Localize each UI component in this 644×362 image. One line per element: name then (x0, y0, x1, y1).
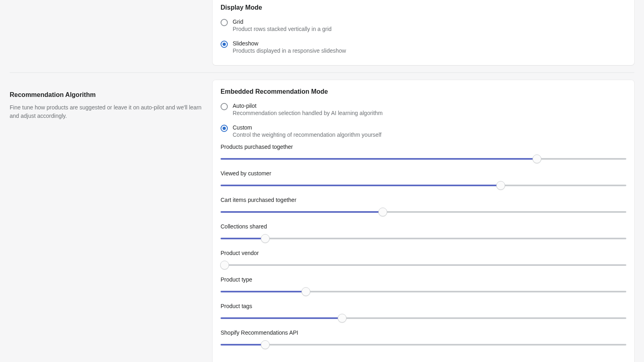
slider-thumb[interactable] (533, 154, 541, 163)
slider-thumb[interactable] (301, 287, 310, 296)
display-mode-card: Display Mode Grid Product rows stacked v… (213, 0, 634, 65)
radio-icon[interactable] (221, 103, 228, 110)
slider-group: Viewed by customer (221, 170, 626, 189)
display-mode-left-spacer (10, 0, 203, 72)
slider-track (221, 344, 626, 346)
section-divider (10, 72, 634, 73)
slider-label: Collections shared (221, 223, 626, 230)
slider[interactable] (221, 341, 626, 349)
slider-fill (221, 344, 265, 346)
slider-fill (221, 185, 501, 186)
slider[interactable] (221, 155, 626, 163)
slider[interactable] (221, 288, 626, 296)
radio-icon[interactable] (221, 41, 228, 48)
radio-label: Slideshow (233, 40, 346, 47)
radio-icon[interactable] (221, 19, 228, 26)
slider[interactable] (221, 181, 626, 189)
radio-desc: Recommendation selection handled by AI l… (233, 110, 383, 116)
slider-thumb[interactable] (338, 314, 347, 323)
slider[interactable] (221, 261, 626, 269)
slider-fill (221, 291, 306, 292)
radio-label: Auto-pilot (233, 103, 383, 109)
slider-group: Product vendor (221, 250, 626, 269)
display-mode-heading: Display Mode (221, 4, 626, 11)
slider-group: Collections shared (221, 223, 626, 243)
slider-fill (221, 158, 537, 160)
slider-group: Products purchased together (221, 144, 626, 163)
slider-label: Product type (221, 276, 626, 283)
slider-fill (221, 211, 383, 213)
slider-thumb[interactable] (261, 234, 270, 243)
radio-icon[interactable] (221, 125, 228, 132)
slider-track (221, 264, 626, 266)
slider-fill (221, 317, 342, 319)
slider[interactable] (221, 314, 626, 322)
slider[interactable] (221, 208, 626, 216)
display-mode-option-slideshow[interactable]: Slideshow Products displayed in a respon… (221, 40, 626, 54)
slider-label: Cart items purchased together (221, 197, 626, 203)
slider-label: Viewed by customer (221, 170, 626, 177)
slider-thumb[interactable] (220, 261, 229, 269)
algo-section-heading: Recommendation Algorithm (10, 91, 203, 99)
radio-label: Grid (233, 19, 332, 25)
slider-group: Shopify Recommendations API (221, 329, 626, 349)
slider-thumb[interactable] (378, 208, 387, 216)
radio-desc: Products displayed in a responsive slide… (233, 47, 346, 54)
slider-label: Product vendor (221, 250, 626, 256)
slider-label: Product tags (221, 303, 626, 309)
slider-thumb[interactable] (496, 181, 505, 190)
algo-section-desc: Fine tune how products are suggested or … (10, 103, 203, 120)
slider-fill (221, 238, 265, 239)
radio-desc: Product rows stacked vertically in a gri… (233, 26, 332, 32)
embedded-mode-card: Embedded Recommendation Mode Auto-pilot … (213, 80, 634, 362)
radio-label: Custom (233, 124, 382, 131)
display-mode-option-grid[interactable]: Grid Product rows stacked vertically in … (221, 19, 626, 32)
slider-group: Product type (221, 276, 626, 296)
slider-group: Product tags (221, 303, 626, 322)
radio-desc: Control the weighting of recommendation … (233, 132, 382, 138)
slider-group: Cart items purchased together (221, 197, 626, 216)
embedded-mode-heading: Embedded Recommendation Mode (221, 88, 626, 95)
slider-label: Products purchased together (221, 144, 626, 150)
slider[interactable] (221, 234, 626, 243)
slider-thumb[interactable] (261, 340, 270, 349)
slider-label: Shopify Recommendations API (221, 329, 626, 336)
embedded-mode-option-autopilot[interactable]: Auto-pilot Recommendation selection hand… (221, 103, 626, 116)
embedded-mode-option-custom[interactable]: Custom Control the weighting of recommen… (221, 124, 626, 138)
slider-track (221, 238, 626, 239)
